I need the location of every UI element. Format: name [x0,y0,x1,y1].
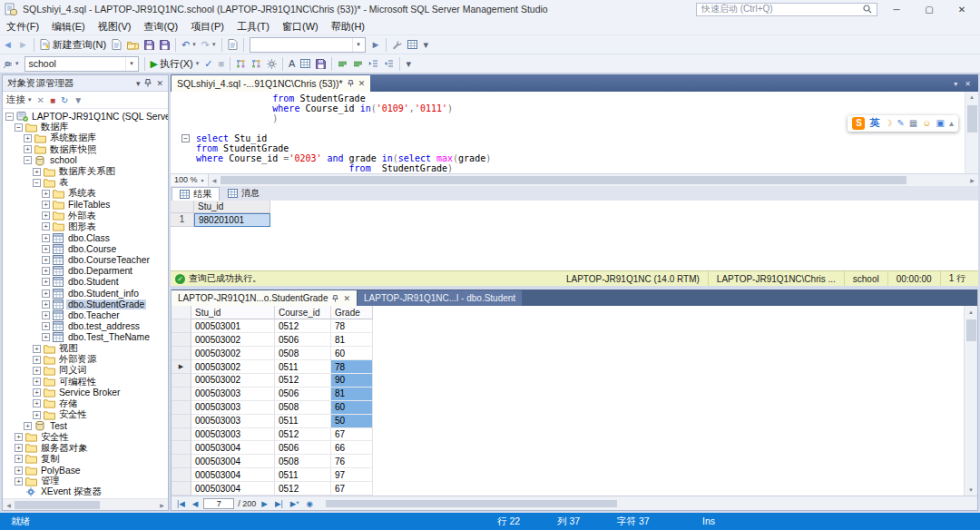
row-header[interactable] [172,347,191,360]
grid-cell[interactable]: 000503004 [191,455,275,468]
expand-icon[interactable]: + [42,267,50,275]
scrollbar-thumb[interactable] [326,500,617,507]
expand-icon[interactable]: + [42,256,50,264]
tree-item[interactable]: +dbo.Teacher [3,309,168,320]
grid-cell[interactable]: 67 [331,482,373,496]
tree-item[interactable]: +dbo.Student [3,277,168,288]
grid-cell[interactable]: 97 [331,468,373,482]
grid-cell[interactable]: 60 [331,347,373,360]
tree-item[interactable]: +dbo.Class [3,232,168,243]
tree-item[interactable]: +系统表 [3,188,168,199]
comment-button[interactable] [335,58,350,69]
expand-icon[interactable]: + [42,211,50,220]
toolbar-overflow-button[interactable]: ▾ [403,58,414,70]
row-header[interactable]: ▶ [172,360,191,374]
tree-item[interactable]: +dbo.test_address [3,321,168,332]
expand-icon[interactable]: + [15,444,23,452]
collapse-icon[interactable]: − [24,156,32,164]
expand-icon[interactable]: + [15,466,23,475]
row-header[interactable] [172,415,191,428]
tree-item[interactable]: +可编程性 [3,377,168,388]
tree-item[interactable]: XEvent 探查器 [3,486,168,497]
grid-cell[interactable]: 000503002 [191,374,275,388]
row-header[interactable] [172,428,191,442]
editor-hscrollbar[interactable]: ◀ ▶ [209,174,978,186]
grid-cell[interactable]: 000503004 [191,441,275,455]
expand-icon[interactable]: + [42,190,50,198]
execute-button[interactable]: ▶执行(X)▾ [148,56,202,72]
expand-icon[interactable]: + [42,311,50,319]
expand-icon[interactable]: + [15,477,23,486]
pin-icon[interactable] [332,295,338,302]
max-rows-icon[interactable]: ◉ [304,499,314,508]
record-position-input[interactable]: 7 [203,498,234,509]
menu-item[interactable]: 文件(F) [0,18,45,35]
tree-item[interactable]: +服务器对象 [3,443,168,454]
results-column-header[interactable]: Stu_id [194,201,270,213]
fold-collapse-icon[interactable]: − [181,134,190,142]
tree-item[interactable]: +数据库关系图 [3,166,168,177]
column-header-stu-id[interactable]: Stu_id [191,306,275,319]
row-header[interactable] [172,482,191,496]
navigate-forward-button[interactable]: ► [15,39,31,51]
tree-item[interactable]: +PolyBase [3,465,168,476]
chevron-down-icon[interactable]: ▾ [352,38,365,52]
stop-button[interactable]: ■ [50,95,55,105]
column-header-course-id[interactable]: Course_id [275,306,331,319]
scrollbar-thumb[interactable] [967,105,977,132]
column-header-grade[interactable]: Grade [331,306,373,319]
row-header[interactable] [172,401,191,415]
zoom-control[interactable]: 100 % ▾ [171,174,209,186]
tree-item[interactable]: +dbo.Test_TheName [3,332,168,343]
database-combobox[interactable]: school ▾ [24,56,139,72]
save-button[interactable] [142,39,157,51]
uncomment-button[interactable] [350,58,366,69]
live-query-statistics-button[interactable] [249,58,264,70]
increase-indent-button[interactable] [381,58,397,69]
results-grid-corner[interactable] [171,201,194,213]
tree-item[interactable]: +dbo.Deparment [3,266,168,277]
disconnect-button[interactable]: ✕ [37,95,44,105]
grid-cell[interactable]: 0512 [275,482,331,496]
expand-icon[interactable]: + [42,333,50,341]
grid-cell[interactable]: 66 [331,441,373,455]
pin-icon[interactable] [144,79,152,87]
menu-item[interactable]: 窗口(W) [276,18,325,35]
chevron-down-icon[interactable]: ▾ [125,57,138,71]
grid-cell[interactable]: 000503004 [191,482,275,496]
tree-item[interactable]: +图形表 [3,221,168,232]
handwriting-icon[interactable]: ✎ [897,119,904,128]
expand-icon[interactable]: + [15,433,23,441]
tree-item[interactable]: +dbo.Course [3,243,168,254]
move-previous-button[interactable]: ◀ [191,499,201,508]
toolbox-icon[interactable]: ▣ [936,119,945,128]
results-to-text-button[interactable]: A [286,58,298,70]
grid-cell[interactable]: 81 [331,333,373,347]
scroll-up-icon[interactable]: ▲ [965,306,977,318]
filter-button[interactable]: ▼ [74,95,83,105]
grid-cell[interactable]: 81 [331,388,373,401]
grid-cell[interactable]: 78 [331,360,373,374]
toolbar-overflow-button[interactable]: ▾ [420,39,431,51]
move-last-button[interactable]: ▶| [273,499,285,508]
find-button[interactable]: ► [368,39,384,51]
collapse-icon[interactable]: − [5,113,14,121]
expand-icon[interactable]: + [33,411,41,419]
grid-hscrollbar[interactable] [326,498,974,509]
grid-cell[interactable]: 67 [331,428,373,442]
properties-window-button[interactable] [389,39,405,51]
collapse-icon[interactable]: ▴ [949,119,954,128]
stop-button[interactable]: ■ [215,58,227,70]
tree-item[interactable]: +安全性 [3,409,168,420]
close-tab-icon[interactable]: ✕ [358,79,366,88]
grid-cell[interactable]: 0512 [275,428,331,442]
move-first-button[interactable]: |◀ [175,499,187,508]
menu-item[interactable]: 工具(T) [230,18,276,35]
keyboard-icon[interactable]: ▦ [909,119,917,128]
sql-editor[interactable]: from StudentGrade where Course_id in('01… [171,92,978,173]
bottom-tab[interactable]: LAPTOP-JR91Q1N...o.StudentGrade✕ [172,290,357,306]
generate-scripts-button[interactable] [225,38,240,51]
grid-cell[interactable]: 000503001 [191,319,275,333]
scrollbar-thumb[interactable] [220,176,907,184]
change-connection-button[interactable]: ▾ [0,58,22,70]
